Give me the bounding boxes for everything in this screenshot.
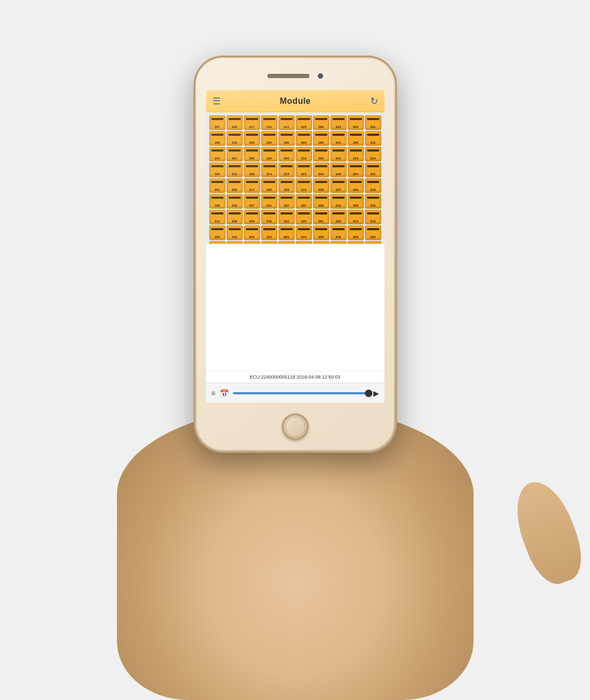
module-cell[interactable]: 217: [244, 115, 260, 130]
module-cell[interactable]: 224: [227, 147, 243, 161]
module-cell[interactable]: 209: [244, 147, 260, 161]
module-cell[interactable]: 204: [313, 163, 329, 177]
module-cell[interactable]: 205: [313, 225, 329, 240]
module-cell[interactable]: 210: [227, 194, 243, 209]
module-cell[interactable]: 216: [365, 194, 381, 209]
module-cell[interactable]: 204: [278, 147, 295, 161]
module-cell[interactable]: 205: [348, 194, 364, 209]
module-cell[interactable]: 198: [244, 163, 260, 177]
module-cell[interactable]: 214: [296, 225, 312, 240]
module-cell[interactable]: 193: [278, 178, 295, 193]
module-cell[interactable]: 207: [209, 115, 226, 130]
module-cell[interactable]: 202: [313, 147, 329, 161]
timeline-scrubber[interactable]: [233, 392, 369, 394]
module-cell[interactable]: 223: [296, 163, 312, 177]
play-button[interactable]: ▶: [373, 389, 379, 397]
module-cell[interactable]: 185: [348, 131, 364, 146]
module-cell[interactable]: 213: [365, 210, 381, 224]
ecu-info: ECU:2240000005118 2018-04-08 12:50:03: [206, 371, 384, 383]
module-cell[interactable]: 202: [313, 194, 329, 209]
module-cell[interactable]: 220: [261, 241, 277, 244]
module-cell[interactable]: 213: [209, 210, 226, 224]
module-cell[interactable]: 219: [261, 210, 277, 224]
module-cell[interactable]: 228: [261, 178, 277, 193]
module-cell[interactable]: 221: [365, 241, 381, 244]
module-cell[interactable]: 209: [313, 115, 329, 130]
module-cell[interactable]: 225: [227, 241, 243, 244]
module-cell[interactable]: 221: [330, 147, 347, 161]
module-cell[interactable]: 225: [296, 210, 312, 224]
menu-icon[interactable]: ☰: [212, 96, 221, 106]
module-cell[interactable]: 211: [365, 131, 381, 146]
module-cell[interactable]: 227: [330, 178, 347, 193]
module-cell[interactable]: 190: [278, 131, 295, 146]
module-cell[interactable]: 201: [278, 225, 295, 240]
module-cell[interactable]: 224: [330, 241, 347, 244]
module-cell[interactable]: 236: [227, 210, 243, 224]
module-cell[interactable]: 209: [313, 178, 329, 193]
module-cell[interactable]: 206: [348, 178, 364, 193]
module-cell[interactable]: 205: [296, 131, 312, 146]
module-cell[interactable]: 213: [348, 147, 364, 161]
module-cell[interactable]: 209: [244, 210, 260, 224]
module-cell[interactable]: 213: [261, 225, 277, 240]
module-cell[interactable]: 216: [330, 225, 347, 240]
module-cell[interactable]: 207: [296, 194, 312, 209]
home-button[interactable]: [282, 413, 309, 440]
module-cell[interactable]: 198: [209, 194, 226, 209]
module-cell[interactable]: 219: [296, 241, 312, 244]
scrubber-thumb[interactable]: [365, 390, 372, 397]
module-cell[interactable]: 210: [348, 241, 364, 244]
module-cell[interactable]: 213: [330, 194, 347, 209]
module-cell[interactable]: 193: [209, 225, 226, 240]
module-cell[interactable]: 183: [244, 131, 260, 146]
module-cell[interactable]: 216: [296, 147, 312, 161]
module-cell[interactable]: 223: [365, 225, 381, 240]
module-cell[interactable]: 197: [244, 194, 260, 209]
module-cell[interactable]: 211: [365, 163, 381, 177]
module-cell[interactable]: 211: [330, 131, 347, 146]
module-cell[interactable]: 217: [244, 178, 260, 193]
module-cell[interactable]: 218: [330, 163, 347, 177]
module-cell[interactable]: 214: [261, 163, 277, 177]
module-cell[interactable]: 220: [330, 210, 347, 224]
module-cell[interactable]: 220: [227, 178, 243, 193]
module-cell[interactable]: 206: [348, 225, 364, 240]
module-cell[interactable]: 200: [261, 131, 277, 146]
module-cell[interactable]: 197: [278, 194, 295, 209]
module-cell[interactable]: 228: [296, 115, 312, 130]
module-cell[interactable]: 211: [278, 115, 295, 130]
page-title: Module: [280, 96, 311, 106]
module-cell[interactable]: 213: [227, 163, 243, 177]
module-cell[interactable]: 202: [244, 241, 260, 244]
module-cell[interactable]: 219: [365, 178, 381, 193]
module-cell[interactable]: 221: [365, 115, 381, 130]
module-cell[interactable]: 210: [278, 210, 295, 224]
module-cell[interactable]: 212: [227, 225, 243, 240]
module-cell[interactable]: 223: [330, 115, 347, 130]
module-cell[interactable]: 204: [244, 225, 260, 240]
module-cell[interactable]: 195: [209, 163, 226, 177]
module-cell[interactable]: 201: [313, 210, 329, 224]
module-cell[interactable]: 204: [348, 163, 364, 177]
module-cell[interactable]: 204: [348, 115, 364, 130]
module-cell[interactable]: 213: [296, 178, 312, 193]
module-cell[interactable]: 198: [209, 131, 226, 146]
module-cell[interactable]: 212: [261, 194, 277, 209]
module-cell[interactable]: 215: [209, 241, 226, 244]
module-cell[interactable]: 210: [278, 241, 295, 244]
module-cell[interactable]: 210: [227, 131, 243, 146]
module-cell[interactable]: 213: [278, 163, 295, 177]
module-cell[interactable]: 224: [365, 147, 381, 161]
module-cell[interactable]: 212: [348, 210, 364, 224]
calendar-icon[interactable]: 📅: [220, 389, 229, 397]
module-cell[interactable]: 190: [313, 131, 329, 146]
module-cell[interactable]: 201: [209, 178, 226, 193]
module-cell[interactable]: 210: [209, 147, 226, 161]
module-cell[interactable]: 225: [227, 115, 243, 130]
list-view-icon[interactable]: ≡: [211, 389, 216, 397]
refresh-icon[interactable]: ↻: [370, 95, 378, 107]
module-cell[interactable]: 214: [313, 241, 329, 244]
module-cell[interactable]: 220: [261, 147, 277, 161]
module-cell[interactable]: 215: [261, 115, 277, 130]
